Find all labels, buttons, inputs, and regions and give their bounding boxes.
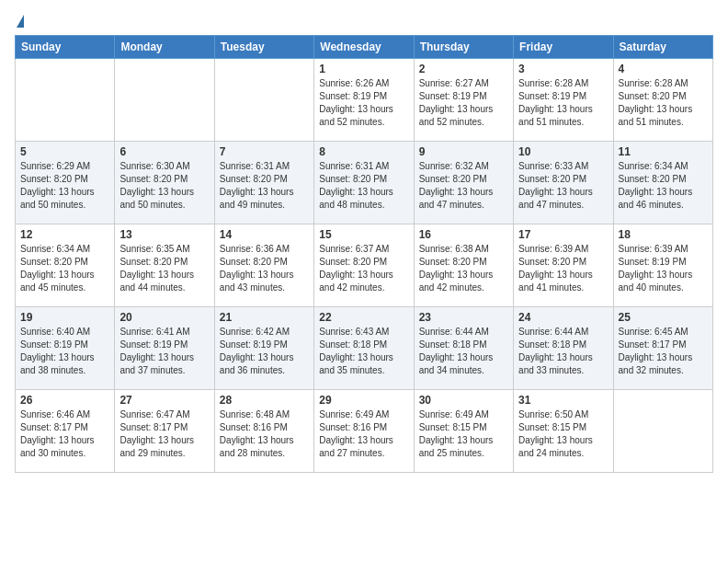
day-number: 28 (220, 394, 309, 407)
day-number: 22 (319, 311, 408, 324)
calendar-cell: 12Sunrise: 6:34 AMSunset: 8:20 PMDayligh… (16, 224, 115, 307)
header-day: Friday (514, 36, 613, 59)
header-row: SundayMondayTuesdayWednesdayThursdayFrid… (16, 36, 713, 59)
calendar-row: 12Sunrise: 6:34 AMSunset: 8:20 PMDayligh… (16, 224, 713, 307)
day-number: 6 (119, 145, 209, 158)
day-number: 26 (20, 394, 109, 407)
calendar-cell: 6Sunrise: 6:30 AMSunset: 8:20 PMDaylight… (115, 142, 214, 224)
day-number: 15 (319, 228, 408, 241)
day-cell-content: Sunrise: 6:50 AMSunset: 8:15 PMDaylight:… (518, 408, 608, 460)
calendar-cell: 27Sunrise: 6:47 AMSunset: 8:17 PMDayligh… (115, 390, 214, 473)
calendar-cell: 20Sunrise: 6:41 AMSunset: 8:19 PMDayligh… (115, 307, 214, 390)
day-cell-content: Sunrise: 6:28 AMSunset: 8:19 PMDaylight:… (518, 77, 608, 129)
day-cell-content: Sunrise: 6:47 AMSunset: 8:17 PMDaylight:… (119, 408, 209, 460)
header-day: Tuesday (214, 36, 313, 59)
day-cell-content: Sunrise: 6:38 AMSunset: 8:20 PMDaylight:… (419, 243, 508, 294)
day-number: 3 (518, 63, 608, 75)
day-cell-content: Sunrise: 6:28 AMSunset: 8:20 PMDaylight:… (619, 77, 708, 129)
day-number: 18 (619, 228, 708, 241)
day-cell-content: Sunrise: 6:48 AMSunset: 8:16 PMDaylight:… (220, 408, 309, 460)
calendar-cell: 18Sunrise: 6:39 AMSunset: 8:19 PMDayligh… (613, 224, 712, 307)
calendar-cell (214, 59, 313, 142)
calendar-cell: 5Sunrise: 6:29 AMSunset: 8:20 PMDaylight… (16, 142, 115, 224)
calendar-cell: 29Sunrise: 6:49 AMSunset: 8:16 PMDayligh… (314, 390, 414, 473)
calendar-cell: 22Sunrise: 6:43 AMSunset: 8:18 PMDayligh… (314, 307, 414, 390)
day-cell-content: Sunrise: 6:44 AMSunset: 8:18 PMDaylight:… (419, 326, 508, 377)
day-cell-content: Sunrise: 6:49 AMSunset: 8:15 PMDaylight:… (419, 408, 508, 460)
calendar-cell: 24Sunrise: 6:44 AMSunset: 8:18 PMDayligh… (514, 307, 613, 390)
day-cell-content: Sunrise: 6:39 AMSunset: 8:19 PMDaylight:… (619, 243, 708, 294)
day-number: 21 (220, 311, 309, 324)
day-number: 14 (220, 228, 309, 241)
calendar-cell: 28Sunrise: 6:48 AMSunset: 8:16 PMDayligh… (214, 390, 313, 473)
day-cell-content: Sunrise: 6:31 AMSunset: 8:20 PMDaylight:… (319, 160, 408, 212)
day-number: 1 (319, 63, 408, 75)
day-number: 25 (619, 311, 708, 324)
day-cell-content: Sunrise: 6:45 AMSunset: 8:17 PMDaylight:… (619, 326, 708, 377)
day-cell-content: Sunrise: 6:46 AMSunset: 8:17 PMDaylight:… (20, 408, 109, 460)
calendar-cell: 30Sunrise: 6:49 AMSunset: 8:15 PMDayligh… (414, 390, 513, 473)
calendar-row: 26Sunrise: 6:46 AMSunset: 8:17 PMDayligh… (16, 390, 713, 473)
header-day: Thursday (414, 36, 513, 59)
day-number: 29 (319, 394, 408, 407)
day-cell-content: Sunrise: 6:27 AMSunset: 8:19 PMDaylight:… (419, 77, 508, 129)
day-number: 12 (20, 228, 109, 241)
day-cell-content: Sunrise: 6:34 AMSunset: 8:20 PMDaylight:… (20, 243, 109, 294)
day-number: 16 (419, 228, 508, 241)
day-number: 4 (619, 63, 708, 75)
calendar-cell: 11Sunrise: 6:34 AMSunset: 8:20 PMDayligh… (613, 142, 712, 224)
day-cell-content: Sunrise: 6:30 AMSunset: 8:20 PMDaylight:… (119, 160, 209, 212)
day-cell-content: Sunrise: 6:31 AMSunset: 8:20 PMDaylight:… (220, 160, 309, 212)
day-number: 13 (119, 228, 209, 241)
day-cell-content: Sunrise: 6:42 AMSunset: 8:19 PMDaylight:… (220, 326, 309, 377)
calendar-cell: 14Sunrise: 6:36 AMSunset: 8:20 PMDayligh… (214, 224, 313, 307)
calendar-cell: 2Sunrise: 6:27 AMSunset: 8:19 PMDaylight… (414, 59, 513, 142)
day-cell-content: Sunrise: 6:36 AMSunset: 8:20 PMDaylight:… (220, 243, 309, 294)
day-number: 30 (419, 394, 508, 407)
calendar-cell: 13Sunrise: 6:35 AMSunset: 8:20 PMDayligh… (115, 224, 214, 307)
day-cell-content: Sunrise: 6:40 AMSunset: 8:19 PMDaylight:… (20, 326, 109, 377)
calendar-cell: 21Sunrise: 6:42 AMSunset: 8:19 PMDayligh… (214, 307, 313, 390)
calendar-cell (115, 59, 214, 142)
day-number: 9 (419, 145, 508, 158)
calendar-cell: 16Sunrise: 6:38 AMSunset: 8:20 PMDayligh… (414, 224, 513, 307)
calendar-cell: 7Sunrise: 6:31 AMSunset: 8:20 PMDaylight… (214, 142, 313, 224)
day-number: 2 (419, 63, 508, 75)
day-cell-content: Sunrise: 6:49 AMSunset: 8:16 PMDaylight:… (319, 408, 408, 460)
day-number: 24 (518, 311, 608, 324)
calendar-cell (613, 390, 712, 473)
day-cell-content: Sunrise: 6:34 AMSunset: 8:20 PMDaylight:… (619, 160, 708, 212)
day-number: 8 (319, 145, 408, 158)
calendar-cell: 1Sunrise: 6:26 AMSunset: 8:19 PMDaylight… (314, 59, 414, 142)
calendar-cell: 17Sunrise: 6:39 AMSunset: 8:20 PMDayligh… (514, 224, 613, 307)
day-number: 27 (119, 394, 209, 407)
day-cell-content: Sunrise: 6:35 AMSunset: 8:20 PMDaylight:… (119, 243, 209, 294)
day-number: 10 (518, 145, 608, 158)
calendar-cell: 4Sunrise: 6:28 AMSunset: 8:20 PMDaylight… (613, 59, 712, 142)
day-number: 23 (419, 311, 508, 324)
calendar-cell (16, 59, 115, 142)
calendar-row: 5Sunrise: 6:29 AMSunset: 8:20 PMDaylight… (16, 142, 713, 224)
day-number: 5 (20, 145, 109, 158)
calendar-cell: 31Sunrise: 6:50 AMSunset: 8:15 PMDayligh… (514, 390, 613, 473)
day-number: 20 (119, 311, 209, 324)
logo (15, 15, 24, 28)
day-number: 31 (518, 394, 608, 407)
day-number: 7 (220, 145, 309, 158)
day-cell-content: Sunrise: 6:39 AMSunset: 8:20 PMDaylight:… (518, 243, 608, 294)
day-cell-content: Sunrise: 6:29 AMSunset: 8:20 PMDaylight:… (20, 160, 109, 212)
day-cell-content: Sunrise: 6:41 AMSunset: 8:19 PMDaylight:… (119, 326, 209, 377)
calendar-row: 19Sunrise: 6:40 AMSunset: 8:19 PMDayligh… (16, 307, 713, 390)
day-number: 19 (20, 311, 109, 324)
day-number: 11 (619, 145, 708, 158)
header-day: Monday (115, 36, 214, 59)
calendar-cell: 8Sunrise: 6:31 AMSunset: 8:20 PMDaylight… (314, 142, 414, 224)
logo-icon (17, 15, 24, 28)
calendar-cell: 9Sunrise: 6:32 AMSunset: 8:20 PMDaylight… (414, 142, 513, 224)
calendar-cell: 19Sunrise: 6:40 AMSunset: 8:19 PMDayligh… (16, 307, 115, 390)
calendar-table: SundayMondayTuesdayWednesdayThursdayFrid… (15, 35, 713, 473)
calendar-cell: 25Sunrise: 6:45 AMSunset: 8:17 PMDayligh… (613, 307, 712, 390)
calendar-row: 1Sunrise: 6:26 AMSunset: 8:19 PMDaylight… (16, 59, 713, 142)
day-cell-content: Sunrise: 6:32 AMSunset: 8:20 PMDaylight:… (419, 160, 508, 212)
calendar-cell: 10Sunrise: 6:33 AMSunset: 8:20 PMDayligh… (514, 142, 613, 224)
